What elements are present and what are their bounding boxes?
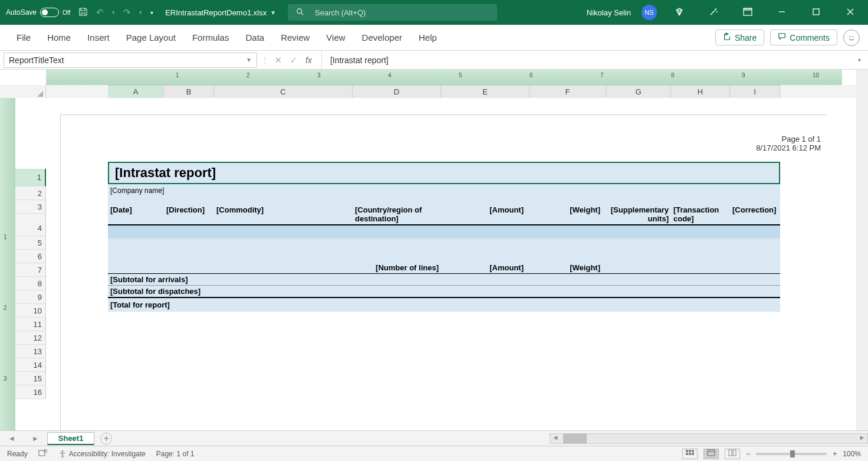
ribbon-display-icon[interactable] xyxy=(736,8,760,18)
hdr-supp[interactable]: [Supplementary units] xyxy=(606,204,671,224)
row-header-1[interactable]: 1 xyxy=(15,169,46,187)
hdr-direction[interactable]: [Direction] xyxy=(164,204,214,224)
filename-dropdown-icon[interactable]: ▼ xyxy=(270,9,276,16)
col-header-h[interactable]: H xyxy=(671,85,730,98)
col-header-e[interactable]: E xyxy=(441,85,530,98)
select-all-button[interactable] xyxy=(0,85,46,98)
tab-file[interactable]: File xyxy=(8,25,39,50)
row-header-4[interactable]: 4 xyxy=(15,214,46,236)
redo-icon[interactable]: ↷ xyxy=(123,7,131,18)
row-header-10[interactable]: 10 xyxy=(15,304,46,318)
zoom-slider[interactable] xyxy=(756,453,827,455)
hdr-trans[interactable]: [Transaction code] xyxy=(671,204,730,224)
view-normal-button[interactable] xyxy=(682,449,698,459)
scroll-right-icon[interactable]: ► xyxy=(857,434,867,443)
formula-expand-icon[interactable]: ▾ xyxy=(851,57,868,63)
col-header-b[interactable]: B xyxy=(164,85,214,98)
tab-formulas[interactable]: Formulas xyxy=(184,25,238,50)
add-sheet-button[interactable]: + xyxy=(100,433,112,444)
horizontal-ruler[interactable]: 1 2 3 4 5 6 7 8 9 10 xyxy=(46,70,842,85)
view-page-break-button[interactable] xyxy=(725,449,740,459)
table-blank-rows[interactable] xyxy=(108,238,780,262)
undo-icon[interactable]: ↶ xyxy=(96,7,104,18)
fx-icon[interactable]: fx xyxy=(305,55,312,65)
hdr-country[interactable]: [Country/region of destination] xyxy=(353,204,441,224)
scroll-left-icon[interactable]: ◄ xyxy=(550,434,561,443)
search-box[interactable]: Search (Alt+Q) xyxy=(288,4,497,21)
zoom-out-button[interactable]: − xyxy=(746,450,750,458)
hdr-commodity[interactable]: [Commodity] xyxy=(214,204,353,224)
toggle-off-icon[interactable] xyxy=(40,8,59,17)
enter-icon[interactable]: ✓ xyxy=(290,55,297,65)
col-header-d[interactable]: D xyxy=(353,85,441,98)
autosave-toggle[interactable]: AutoSave Off xyxy=(6,8,70,17)
macro-record-icon[interactable] xyxy=(38,449,48,459)
col-header-g[interactable]: G xyxy=(606,85,671,98)
company-name-cell[interactable]: [Company name] xyxy=(108,184,780,196)
sheet-nav-next-icon[interactable]: ► xyxy=(24,434,47,443)
scroll-thumb[interactable] xyxy=(563,434,587,443)
redo-dropdown-icon[interactable]: ▾ xyxy=(139,9,142,15)
tab-data[interactable]: Data xyxy=(237,25,272,50)
col-header-f[interactable]: F xyxy=(530,85,606,98)
diamond-icon[interactable] xyxy=(668,7,691,18)
tab-page-layout[interactable]: Page Layout xyxy=(118,25,184,50)
comments-button[interactable]: Comments xyxy=(770,30,837,45)
formula-input[interactable]: [Intrastat report] xyxy=(322,55,851,65)
row-header-8[interactable]: 8 xyxy=(15,277,46,290)
hdr-correction[interactable]: [Correction] xyxy=(730,204,780,224)
row-header-15[interactable]: 15 xyxy=(15,372,46,385)
row-header-6[interactable]: 6 xyxy=(15,250,46,263)
feedback-icon[interactable] xyxy=(843,30,860,46)
zoom-level[interactable]: 100% xyxy=(843,450,861,458)
subhdr-amount[interactable]: [Amount] xyxy=(441,262,530,273)
row-header-16[interactable]: 16 xyxy=(15,385,46,399)
hdr-date[interactable]: [Date] xyxy=(108,204,164,224)
tab-view[interactable]: View xyxy=(318,25,353,50)
sheet-tab-active[interactable]: Sheet1 xyxy=(47,432,95,445)
qat-customize-icon[interactable]: ▾ xyxy=(150,9,153,16)
username[interactable]: Nikolay Selin xyxy=(587,8,631,17)
row-header-5[interactable]: 5 xyxy=(15,236,46,250)
name-box-dropdown-icon[interactable]: ▼ xyxy=(246,57,252,63)
row-header-2[interactable]: 2 xyxy=(15,187,46,200)
hdr-amount[interactable]: [Amount] xyxy=(441,204,530,224)
horizontal-scrollbar[interactable]: ◄ ► xyxy=(550,433,868,444)
row-header-12[interactable]: 12 xyxy=(15,331,46,345)
row-header-11[interactable]: 11 xyxy=(15,318,46,331)
tab-insert[interactable]: Insert xyxy=(79,25,118,50)
share-button[interactable]: Share xyxy=(715,30,764,45)
view-page-layout-button[interactable] xyxy=(703,449,719,459)
subtotal-dispatches[interactable]: [Subtotal for dispatches] xyxy=(108,286,780,298)
row-header-14[interactable]: 14 xyxy=(15,358,46,372)
subtotal-arrivals[interactable]: [Subtotal for arrivals] xyxy=(108,274,780,286)
row-header-13[interactable]: 13 xyxy=(15,345,46,358)
tab-home[interactable]: Home xyxy=(39,25,79,50)
row-header-7[interactable]: 7 xyxy=(15,263,46,277)
tab-help[interactable]: Help xyxy=(410,25,445,50)
zoom-in-button[interactable]: + xyxy=(833,450,837,458)
vertical-ruler[interactable]: 1 2 3 xyxy=(0,98,15,430)
col-header-c[interactable]: C xyxy=(214,85,353,98)
undo-dropdown-icon[interactable]: ▾ xyxy=(112,9,115,15)
total-row[interactable]: [Total for report] xyxy=(108,298,780,312)
magic-icon[interactable] xyxy=(702,7,725,18)
maximize-button[interactable] xyxy=(804,8,828,18)
col-header-i[interactable]: I xyxy=(730,85,780,98)
subhdr-lines[interactable]: [Number of lines] xyxy=(353,262,441,273)
close-button[interactable] xyxy=(839,8,862,18)
minimize-button[interactable] xyxy=(770,8,794,18)
tab-developer[interactable]: Developer xyxy=(354,25,410,50)
subhdr-weight[interactable]: [Weight] xyxy=(530,262,606,273)
accessibility-status[interactable]: Accessibility: Investigate xyxy=(58,450,146,458)
filename-area[interactable]: ERIntrastatReportDemo1.xlsx ▼ xyxy=(165,8,276,17)
cancel-icon[interactable]: ✕ xyxy=(275,55,282,65)
col-header-a[interactable]: A xyxy=(108,85,164,98)
vertical-scrollbar[interactable] xyxy=(856,98,868,430)
table-data-row[interactable] xyxy=(108,225,780,238)
avatar[interactable]: NS xyxy=(642,5,657,20)
row-header-3[interactable]: 3 xyxy=(15,200,46,214)
tab-review[interactable]: Review xyxy=(272,25,318,50)
report-title-cell[interactable]: [Intrastat report] xyxy=(108,162,780,184)
name-box[interactable]: ReportTitleText ▼ xyxy=(4,53,257,68)
